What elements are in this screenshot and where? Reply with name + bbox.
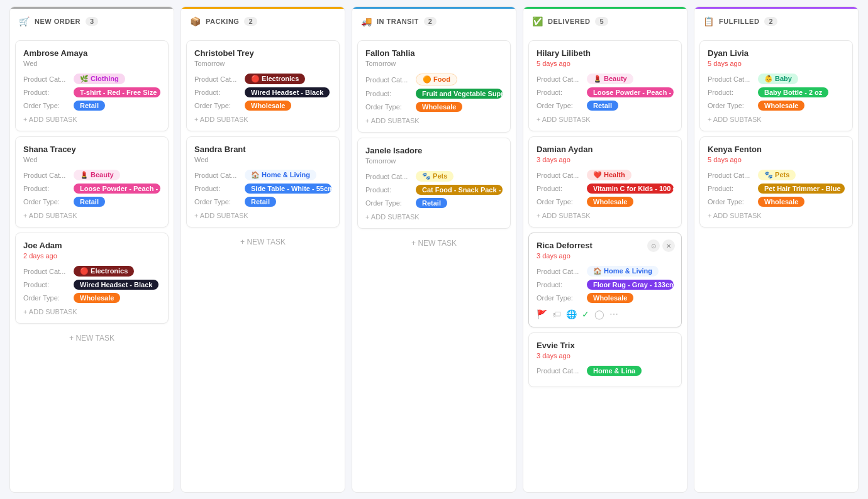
product-cat-badge: 🐾 Pets xyxy=(416,171,453,182)
card-date: 3 days ago xyxy=(537,352,674,359)
column-icon-new-order: 🛒 xyxy=(19,16,30,26)
order-type-label: Order Type: xyxy=(708,198,758,206)
card-action-icon-4[interactable]: ◯ xyxy=(594,309,604,319)
product-cat-badge: Home & Lina xyxy=(587,366,642,376)
card-action-icon-2[interactable]: 🌐 xyxy=(566,309,577,319)
kanban-board: 🛒NEW ORDER3Ambrose AmayaWedProduct Cat..… xyxy=(0,0,868,499)
card-action-icon-0[interactable]: 🚩 xyxy=(537,309,547,319)
card-date: Wed xyxy=(23,60,160,67)
card[interactable]: Janele IsadoreTomorrowProduct Cat...🐾 Pe… xyxy=(357,138,511,229)
card[interactable]: Fallon TahliaTomorrowProduct Cat...🟠 Foo… xyxy=(357,40,511,133)
product-cat-badge: 🌿 Clothing xyxy=(74,74,125,84)
card[interactable]: Damian Aydan3 days agoProduct Cat...❤️ H… xyxy=(528,136,682,228)
card[interactable]: ⊙✕Rica Deforrest3 days agoProduct Cat...… xyxy=(528,233,682,327)
card-name: Janele Isadore xyxy=(365,146,503,155)
column-body-new-order: Ambrose AmayaWedProduct Cat...🌿 Clothing… xyxy=(10,35,174,492)
overlay-icon-2[interactable]: ✕ xyxy=(662,239,675,252)
product-badge: Pet Hair Trimmer - Blue xyxy=(758,184,845,194)
new-task-button[interactable]: + NEW TASK xyxy=(15,329,169,345)
card-product-row: Product:T-shirt - Red - Free Size xyxy=(23,87,160,97)
card-date: 5 days ago xyxy=(537,60,674,67)
card-product-cat-row: Product Cat...👶 Baby xyxy=(708,74,845,84)
card-name: Shana Tracey xyxy=(23,145,160,154)
add-subtask-button[interactable]: + ADD SUBTASK xyxy=(537,212,674,219)
column-count-fulfilled: 2 xyxy=(764,17,777,26)
card-product-cat-row: Product Cat...🌿 Clothing xyxy=(23,74,160,84)
order-type-badge: Wholesale xyxy=(587,293,633,303)
card-name: Ambrose Amaya xyxy=(23,48,160,58)
card-product-row: Product:Pet Hair Trimmer - Blue xyxy=(708,184,845,194)
card[interactable]: Hilary Lilibeth5 days agoProduct Cat...💄… xyxy=(528,40,682,131)
product-badge: Wired Headset - Black xyxy=(74,280,159,290)
card[interactable]: Kenya Fenton5 days agoProduct Cat...🐾 Pe… xyxy=(699,136,853,228)
card[interactable]: Shana TraceyWedProduct Cat...💄 BeautyPro… xyxy=(15,136,169,228)
add-subtask-button[interactable]: + ADD SUBTASK xyxy=(23,212,160,219)
card-date: Tomorrow xyxy=(194,60,331,67)
card-action-icon-1[interactable]: 🏷 xyxy=(552,309,561,319)
card-order-type-row: Order Type:Retail xyxy=(537,101,674,111)
product-label: Product: xyxy=(537,89,587,96)
card-date: Tomorrow xyxy=(365,60,503,67)
order-type-label: Order Type: xyxy=(23,198,74,206)
overlay-icon-1[interactable]: ⊙ xyxy=(647,239,660,252)
card[interactable]: Evvie Trix3 days agoProduct Cat...Home &… xyxy=(528,332,682,387)
add-subtask-button[interactable]: + ADD SUBTASK xyxy=(537,116,674,123)
product-cat-label: Product Cat... xyxy=(23,268,74,275)
card[interactable]: Ambrose AmayaWedProduct Cat...🌿 Clothing… xyxy=(15,40,169,131)
card-product-cat-row: Product Cat...🐾 Pets xyxy=(365,171,503,182)
product-cat-label: Product Cat... xyxy=(23,75,74,83)
product-label: Product: xyxy=(23,185,74,192)
add-subtask-button[interactable]: + ADD SUBTASK xyxy=(194,212,331,219)
add-subtask-button[interactable]: + ADD SUBTASK xyxy=(365,117,503,124)
new-task-button[interactable]: + NEW TASK xyxy=(357,234,511,250)
product-cat-badge: 💄 Beauty xyxy=(587,74,633,84)
add-subtask-button[interactable]: + ADD SUBTASK xyxy=(365,213,503,221)
card-product-cat-row: Product Cat...🟠 Food xyxy=(365,74,503,85)
card-action-icon-3[interactable]: ✓ xyxy=(582,309,589,319)
column-header-delivered: ✅DELIVERED5 xyxy=(523,7,687,35)
card-name: Joe Adam xyxy=(23,241,160,250)
card-action-icon-5[interactable]: ⋯ xyxy=(609,309,618,319)
card-product-row: Product:Floor Rug - Gray - 133cm x... xyxy=(537,280,674,290)
column-new-order: 🛒NEW ORDER3Ambrose AmayaWedProduct Cat..… xyxy=(9,6,174,493)
product-cat-label: Product Cat... xyxy=(194,75,245,83)
product-cat-label: Product Cat... xyxy=(365,76,416,84)
product-cat-badge: 🔴 Electronics xyxy=(74,266,134,277)
card[interactable]: Joe Adam2 days agoProduct Cat...🔴 Electr… xyxy=(15,233,169,324)
column-icon-delivered: ✅ xyxy=(532,16,543,26)
order-type-badge: Wholesale xyxy=(758,101,804,111)
column-body-packing: Christobel TreyTomorrowProduct Cat...🔴 E… xyxy=(181,35,345,492)
column-title-new-order: NEW ORDER xyxy=(35,18,81,25)
add-subtask-button[interactable]: + ADD SUBTASK xyxy=(194,116,331,123)
card[interactable]: Sandra BrantWedProduct Cat...🏠 Home & Li… xyxy=(186,136,340,228)
product-label: Product: xyxy=(708,185,758,192)
product-cat-label: Product Cat... xyxy=(708,75,758,83)
product-label: Product: xyxy=(708,89,758,96)
order-type-badge: Retail xyxy=(587,101,618,111)
card[interactable]: Christobel TreyTomorrowProduct Cat...🔴 E… xyxy=(186,40,340,131)
column-body-fulfilled: Dyan Livia5 days agoProduct Cat...👶 Baby… xyxy=(694,35,858,492)
new-task-button[interactable]: + NEW TASK xyxy=(186,233,340,249)
card-product-row: Product:Wired Headset - Black xyxy=(194,87,331,97)
product-badge: Side Table - White - 55cm x... xyxy=(245,184,331,194)
product-label: Product: xyxy=(365,90,416,97)
add-subtask-button[interactable]: + ADD SUBTASK xyxy=(23,116,160,123)
column-title-delivered: DELIVERED xyxy=(548,18,590,25)
card-overlay-icons: ⊙✕ xyxy=(647,239,675,252)
column-header-packing: 📦PACKING2 xyxy=(181,7,345,35)
card-date: 2 days ago xyxy=(23,252,160,260)
column-body-delivered: Hilary Lilibeth5 days agoProduct Cat...💄… xyxy=(523,35,687,492)
card-name: Sandra Brant xyxy=(194,145,331,154)
product-cat-label: Product Cat... xyxy=(537,367,587,375)
card-order-type-row: Order Type:Retail xyxy=(23,197,160,207)
order-type-label: Order Type: xyxy=(194,102,245,109)
card[interactable]: Dyan Livia5 days agoProduct Cat...👶 Baby… xyxy=(699,40,853,131)
add-subtask-button[interactable]: + ADD SUBTASK xyxy=(23,308,160,315)
card-product-cat-row: Product Cat...🏠 Home & Living xyxy=(537,266,674,277)
add-subtask-button[interactable]: + ADD SUBTASK xyxy=(708,212,845,219)
column-packing: 📦PACKING2Christobel TreyTomorrowProduct … xyxy=(181,6,345,493)
card-product-cat-row: Product Cat...🏠 Home & Living xyxy=(194,170,331,180)
add-subtask-button[interactable]: + ADD SUBTASK xyxy=(708,116,845,123)
product-badge: Baby Bottle - 2 oz xyxy=(758,87,828,97)
product-label: Product: xyxy=(23,89,74,96)
